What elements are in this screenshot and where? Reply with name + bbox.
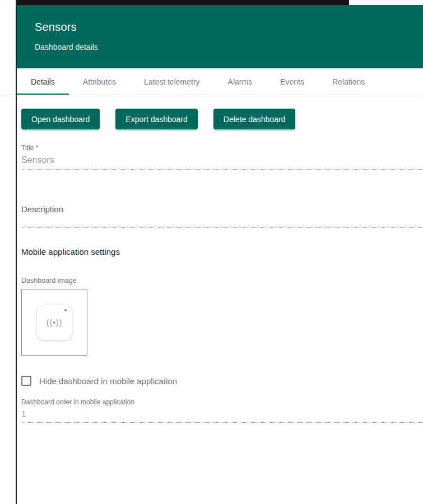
dashboard-image-label: Dashboard image [21, 277, 423, 284]
action-buttons-row: Open dashboard Export dashboard Delete d… [21, 109, 423, 129]
title-field: Title * Sensors [21, 144, 423, 170]
dashboard-order-field: Dashboard order in mobile application 1 [21, 398, 423, 423]
page-title: Sensors [35, 21, 423, 34]
hide-dashboard-checkbox[interactable] [21, 376, 31, 386]
dashboard-order-label: Dashboard order in mobile application [21, 398, 423, 406]
delete-dashboard-button[interactable]: Delete dashboard [213, 109, 296, 129]
title-field-label: Title * [21, 144, 423, 152]
details-header: Sensors Dashboard details [17, 5, 423, 68]
mobile-settings-heading: Mobile application settings [21, 247, 423, 256]
open-dashboard-button[interactable]: Open dashboard [21, 109, 100, 129]
page-subtitle: Dashboard details [35, 43, 423, 52]
status-dot-icon [64, 309, 67, 311]
tab-details[interactable]: Details [17, 68, 69, 95]
window-top-bar [17, 0, 349, 5]
tab-events[interactable]: Events [266, 68, 318, 95]
title-field-value: Sensors [21, 155, 423, 165]
tab-latest-telemetry[interactable]: Latest telemetry [130, 68, 214, 95]
tab-bar: Details Attributes Latest telemetry Alar… [17, 68, 423, 95]
description-field-label: Description [21, 204, 423, 214]
description-field: Description [21, 204, 423, 228]
tab-alarms[interactable]: Alarms [214, 68, 267, 95]
dashboard-order-value: 1 [21, 409, 423, 418]
dashboard-image-preview: ((•)) [37, 305, 72, 340]
details-content: Open dashboard Export dashboard Delete d… [17, 95, 423, 504]
radio-signal-icon: ((•)) [47, 318, 63, 327]
hide-dashboard-checkbox-label: Hide dashboard in mobile application [39, 376, 177, 386]
hide-dashboard-row: Hide dashboard in mobile application [21, 376, 423, 386]
tab-attributes[interactable]: Attributes [69, 68, 130, 95]
tab-relations[interactable]: Relations [318, 68, 379, 95]
dashboard-details-panel: Sensors Dashboard details Details Attrib… [0, 0, 423, 504]
divider [0, 95, 17, 95]
sidebar-edge [16, 0, 17, 504]
export-dashboard-button[interactable]: Export dashboard [115, 109, 198, 129]
dashboard-image-picker[interactable]: ((•)) [21, 290, 87, 356]
